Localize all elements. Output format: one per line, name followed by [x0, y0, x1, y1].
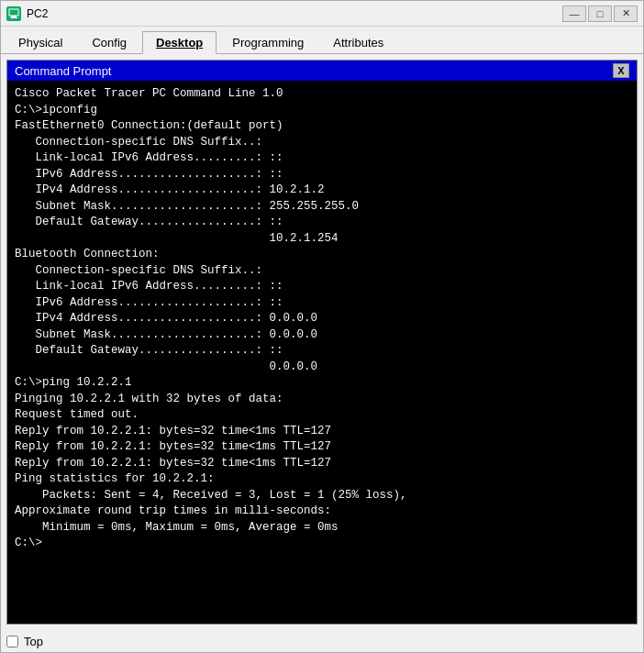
cmd-title: Command Prompt: [15, 64, 111, 78]
terminal-line: Reply from 10.2.2.1: bytes=32 time<1ms T…: [15, 456, 629, 472]
tab-desktop[interactable]: Desktop: [142, 31, 217, 54]
terminal-line: IPv4 Address....................: 10.2.1…: [15, 183, 629, 199]
terminal-line: Link-local IPv6 Address.........: ::: [15, 150, 629, 167]
terminal-line: Packets: Sent = 4, Received = 3, Lost = …: [15, 488, 629, 504]
tab-attributes[interactable]: Attributes: [319, 31, 397, 54]
maximize-button[interactable]: □: [588, 6, 612, 22]
terminal-line: C:\>ipconfig: [15, 103, 629, 119]
tab-physical[interactable]: Physical: [5, 31, 76, 54]
terminal-line: Default Gateway.................: ::: [15, 343, 629, 360]
terminal-line: Reply from 10.2.2.1: bytes=32 time<1ms T…: [15, 424, 629, 440]
close-button[interactable]: ✕: [614, 6, 638, 22]
svg-rect-2: [10, 17, 17, 18]
terminal-line: Bluetooth Connection:: [15, 247, 629, 263]
tab-bar: Physical Config Desktop Programming Attr…: [1, 27, 643, 54]
terminal-line: Minimum = 0ms, Maximum = 0ms, Average = …: [15, 520, 629, 537]
main-window: PC2 — □ ✕ Physical Config Desktop Progra…: [0, 0, 644, 653]
top-checkbox[interactable]: [6, 636, 18, 647]
terminal-line: Subnet Mask.....................: 255.25…: [15, 199, 629, 216]
app-icon: [6, 6, 21, 21]
cmd-title-bar: Command Prompt X: [7, 61, 637, 81]
terminal-line: Default Gateway.................: ::: [15, 215, 629, 231]
terminal-line: FastEthernet0 Connection:(default port): [15, 118, 629, 135]
terminal-line: C:\>: [15, 536, 629, 552]
command-prompt-window: Command Prompt X Cisco Packet Tracer PC …: [6, 60, 638, 625]
terminal-line: Cisco Packet Tracer PC Command Line 1.0: [15, 86, 629, 103]
terminal-line: Link-local IPv6 Address.........: ::: [15, 279, 629, 295]
terminal-line: 10.2.1.254: [15, 231, 629, 248]
terminal-line: Connection-specific DNS Suffix..:: [15, 135, 629, 151]
terminal-line: 0.0.0.0: [15, 360, 629, 376]
main-content: Command Prompt X Cisco Packet Tracer PC …: [1, 54, 643, 630]
svg-rect-0: [9, 9, 18, 16]
terminal-line: IPv6 Address....................: ::: [15, 295, 629, 312]
terminal-line: Request timed out.: [15, 407, 629, 424]
terminal-line: IPv4 Address....................: 0.0.0.…: [15, 311, 629, 327]
cmd-close-button[interactable]: X: [613, 63, 629, 78]
terminal-line: Connection-specific DNS Suffix..:: [15, 263, 629, 280]
terminal-line: Approximate round trip times in milli-se…: [15, 504, 629, 520]
title-bar: PC2 — □ ✕: [1, 1, 643, 27]
svg-rect-1: [11, 16, 17, 17]
terminal-output[interactable]: Cisco Packet Tracer PC Command Line 1.0C…: [7, 81, 637, 624]
window-title: PC2: [27, 7, 562, 20]
terminal-line: Reply from 10.2.2.1: bytes=32 time<1ms T…: [15, 439, 629, 456]
terminal-line: C:\>ping 10.2.2.1: [15, 375, 629, 392]
tab-programming[interactable]: Programming: [218, 31, 317, 54]
top-label[interactable]: Top: [24, 635, 43, 648]
terminal-line: Ping statistics for 10.2.2.1:: [15, 471, 629, 488]
tab-config[interactable]: Config: [78, 31, 140, 54]
bottom-bar: Top: [1, 630, 643, 652]
terminal-line: Pinging 10.2.2.1 with 32 bytes of data:: [15, 392, 629, 408]
terminal-line: IPv6 Address....................: ::: [15, 167, 629, 183]
window-controls: — □ ✕: [562, 6, 638, 22]
minimize-button[interactable]: —: [562, 6, 586, 22]
terminal-line: Subnet Mask.....................: 0.0.0.…: [15, 327, 629, 344]
